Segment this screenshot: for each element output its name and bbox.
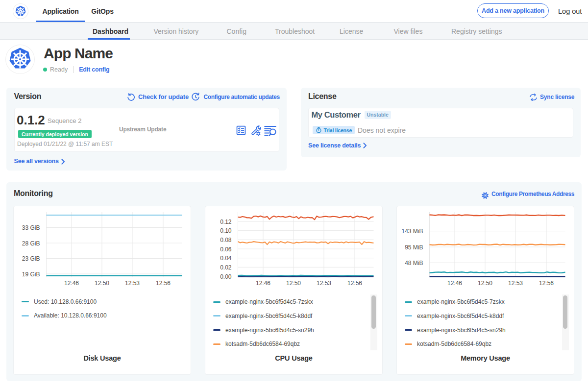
svg-text:48 MiB: 48 MiB xyxy=(405,260,423,267)
svg-text:12:46: 12:46 xyxy=(256,280,270,287)
svg-text:12:46: 12:46 xyxy=(447,280,462,287)
svg-text:12:56: 12:56 xyxy=(539,280,554,287)
svg-text:143 MiB: 143 MiB xyxy=(401,228,423,235)
svg-text:12:56: 12:56 xyxy=(156,280,171,287)
svg-text:28 GiB: 28 GiB xyxy=(22,240,40,247)
svg-text:0.02: 0.02 xyxy=(220,264,232,271)
svg-text:12:50: 12:50 xyxy=(478,280,492,287)
svg-text:19 GiB: 19 GiB xyxy=(22,271,40,278)
svg-text:12:50: 12:50 xyxy=(95,280,109,287)
svg-text:12:53: 12:53 xyxy=(125,280,140,287)
svg-text:12:53: 12:53 xyxy=(508,280,523,287)
svg-text:12:46: 12:46 xyxy=(64,280,79,287)
svg-text:0.06: 0.06 xyxy=(220,246,232,253)
svg-text:12:53: 12:53 xyxy=(317,280,331,287)
svg-text:0.08: 0.08 xyxy=(220,237,232,244)
svg-text:0.12: 0.12 xyxy=(220,219,232,225)
svg-text:23 GiB: 23 GiB xyxy=(22,255,40,262)
svg-text:12:56: 12:56 xyxy=(347,280,362,287)
svg-text:0.10: 0.10 xyxy=(220,227,232,234)
svg-text:0.04: 0.04 xyxy=(220,255,232,262)
svg-text:33 GiB: 33 GiB xyxy=(22,224,40,231)
svg-text:0.00: 0.00 xyxy=(220,273,232,280)
svg-text:95 MiB: 95 MiB xyxy=(405,244,423,251)
svg-text:12:50: 12:50 xyxy=(286,280,301,287)
